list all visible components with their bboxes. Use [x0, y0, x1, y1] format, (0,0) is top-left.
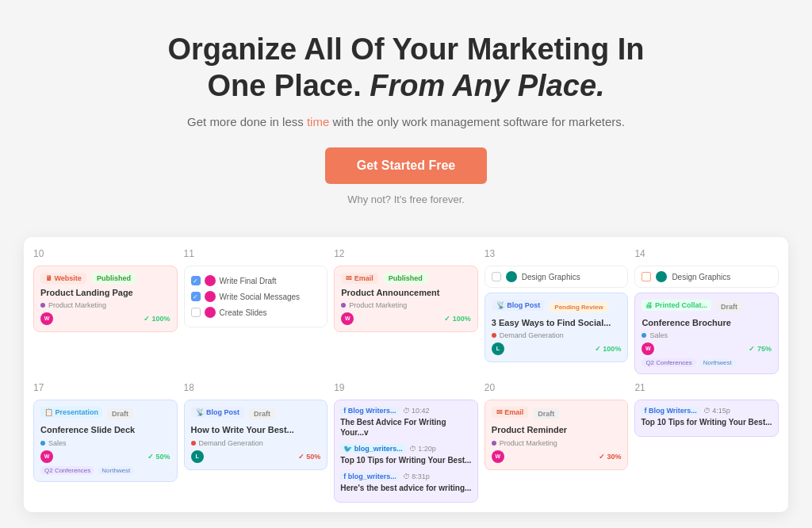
avatar-w: W	[40, 312, 53, 325]
card-title-brochure: Conference Brochure	[642, 317, 772, 328]
avatar-teal-13	[506, 271, 517, 282]
dot-blue-17	[40, 441, 45, 446]
dot-purple-12	[341, 303, 346, 308]
tag-northwest-17: Northwest	[98, 466, 134, 475]
time-badge-1042: ⏱ 10:42	[403, 407, 430, 415]
card-how-to-write[interactable]: 📡 Blog Post Draft How to Write Your Best…	[184, 400, 328, 469]
progress-100-13: ✓ 100%	[595, 345, 622, 353]
tag-email-20: ✉ Email	[492, 407, 529, 418]
card-title-social: 3 Easy Ways to Find Social...	[492, 317, 622, 328]
progress-50-18: ✓ 50%	[298, 453, 321, 461]
tag-draft-18: Draft	[249, 408, 275, 419]
avatar-w-12: W	[341, 312, 354, 325]
checkbox-1[interactable]: ✓	[191, 276, 201, 285]
hero-subtitle: Get more done in less time with the only…	[16, 115, 796, 128]
card-footer-reminder: W ✓ 30%	[492, 450, 622, 463]
card-title-announcement: Product Announcement	[341, 287, 471, 298]
checkbox-3[interactable]	[191, 308, 201, 317]
checkbox-2[interactable]: ✓	[191, 292, 201, 301]
day-col-12: 12 ✉ Email Published Product Announcemen…	[334, 247, 478, 374]
avatar-check-3	[205, 307, 216, 318]
card-footer-announcement: W ✓ 100%	[341, 312, 471, 325]
day-number-14: 14	[634, 247, 779, 261]
tag-row-brochure: Q2 Conferences Northwest	[642, 358, 772, 367]
card-title-top10-19: Top 10 Tips for Writing Your Best...	[340, 455, 472, 465]
day-col-10: 10 🖥 Website Published Product Landing P…	[33, 247, 178, 374]
day-col-17: 17 📋 Presentation Draft Conference Slide…	[33, 381, 178, 503]
card-conference-slide[interactable]: 📋 Presentation Draft Conference Slide De…	[33, 400, 178, 481]
board-row-1: 10 🖥 Website Published Product Landing P…	[33, 247, 779, 374]
tag-row-slide: Q2 Conferences Northwest	[40, 466, 170, 475]
day-col-13: 13 Design Graphics 📡 Blog Post Pending R…	[485, 247, 629, 374]
label-design-13: Design Graphics	[522, 273, 580, 281]
progress-100: ✓ 100%	[144, 315, 170, 323]
avatar-check-1	[205, 275, 216, 286]
card-meta-reminder: Product Marketing	[492, 439, 622, 447]
board-row-2: 17 📋 Presentation Draft Conference Slide…	[33, 381, 779, 503]
tag-q2: Q2 Conferences	[642, 358, 695, 367]
card-blog-writers-19[interactable]: f Blog Writers... ⏱ 10:42 The Best Advic…	[334, 400, 478, 503]
day-col-19: 19 f Blog Writers... ⏱ 10:42 The Best Ad…	[334, 381, 478, 503]
progress-30: ✓ 30%	[599, 453, 622, 461]
card-product-landing[interactable]: 🖥 Website Published Product Landing Page…	[33, 266, 178, 332]
day-col-20: 20 ✉ Email Draft Product Reminder Produc…	[485, 381, 629, 503]
tag-website: 🖥 Website	[40, 273, 86, 284]
progress-50-17: ✓ 50%	[147, 453, 170, 461]
card-blog-writers-21[interactable]: f Blog Writers... ⏱ 4:15p Top 10 Tips fo…	[634, 400, 779, 437]
cta-button[interactable]: Get Started Free	[325, 147, 487, 184]
check-item-1[interactable]: ✓ Write Final Draft	[191, 273, 321, 289]
check-item-3[interactable]: Create Slides	[191, 304, 321, 320]
tag-presentation-17: 📋 Presentation	[40, 407, 102, 418]
tag-published: Published	[92, 273, 136, 284]
tag-northwest: Northwest	[699, 358, 736, 367]
card-checklist-11[interactable]: ✓ Write Final Draft ✓ Write Social Messa…	[184, 266, 328, 327]
tag-printed-14: 🖨 Printed Collat...	[642, 300, 711, 311]
card-meta-brochure: Sales	[642, 331, 772, 339]
avatar-w-14: W	[642, 342, 654, 355]
check-item-2[interactable]: ✓ Write Social Messages	[191, 289, 321, 304]
avatar-w-20: W	[492, 450, 504, 463]
day-number-18: 18	[184, 381, 328, 395]
day-number-11: 11	[184, 247, 328, 261]
day-number-13: 13	[485, 247, 629, 261]
avatar-l-13: L	[492, 342, 504, 355]
card-footer-landing: W ✓ 100%	[40, 312, 170, 325]
progress-75: ✓ 75%	[749, 345, 772, 353]
tag-blog-18: 📡 Blog Post	[191, 407, 245, 418]
card-title-heres-19: Here's the best advice for writing...	[340, 483, 472, 493]
avatar-l-18: L	[191, 450, 204, 463]
card-title-reminder: Product Reminder	[492, 424, 622, 435]
dot-red-13	[492, 333, 496, 338]
tag-fb-21: f Blog Writers...	[641, 406, 699, 415]
day-number-10: 10	[33, 247, 178, 261]
day-number-21: 21	[634, 381, 779, 395]
card-meta-howto: Demand Generation	[191, 439, 321, 447]
tag-fb-19: f Blog Writers...	[340, 406, 399, 415]
card-title-landing: Product Landing Page	[40, 287, 170, 298]
day-number-12: 12	[334, 247, 478, 261]
dot-blue-14	[642, 333, 646, 338]
avatar-teal-14	[656, 271, 667, 282]
card-footer-social: L ✓ 100%	[492, 342, 622, 355]
card-conference-brochure[interactable]: 🖨 Printed Collat... Draft Conference Bro…	[634, 293, 779, 374]
card-product-reminder[interactable]: ✉ Email Draft Product Reminder Product M…	[485, 400, 629, 469]
card-meta-social: Demand Generation	[492, 331, 622, 339]
avatar-w-17: W	[40, 450, 53, 463]
card-meta-slide: Sales	[40, 439, 170, 447]
card-title-best-advice: The Best Advice For Writing Your...v	[340, 417, 472, 438]
card-meta-announcement: Product Marketing	[341, 301, 471, 309]
tag-fb2-19: f blog_writers...	[340, 472, 400, 481]
checkbox-design-13[interactable]	[492, 272, 501, 281]
card-design-graphics-14[interactable]: Design Graphics	[634, 266, 779, 288]
board-container: 10 🖥 Website Published Product Landing P…	[24, 237, 788, 512]
tag-draft-20: Draft	[533, 408, 559, 419]
tag-q2-17: Q2 Conferences	[40, 466, 94, 475]
day-number-19: 19	[334, 381, 478, 395]
time-badge-415p: ⏱ 4:15p	[703, 407, 730, 415]
card-design-graphics-13[interactable]: Design Graphics	[485, 266, 629, 288]
card-blog-social[interactable]: 📡 Blog Post Pending Review 3 Easy Ways t…	[485, 293, 629, 362]
card-product-announcement[interactable]: ✉ Email Published Product Announcement P…	[334, 266, 478, 332]
checkbox-design-14[interactable]	[642, 272, 651, 281]
progress-100-12: ✓ 100%	[444, 315, 471, 323]
cta-note: Why not? It's free forever.	[16, 193, 796, 205]
